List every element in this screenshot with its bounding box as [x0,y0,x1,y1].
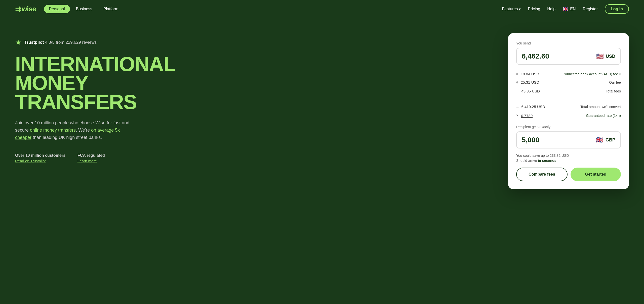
fee-amount-4: 6,419.25 USD [521,105,545,109]
fee-desc-4: Total amount we'll convert [580,105,621,109]
fee-rows: 18.04 USD Connected bank account (ACH) f… [516,70,621,120]
nav-features[interactable]: Features ▾ [502,7,521,12]
divider [516,99,621,99]
equals-icon: = [516,104,519,109]
fee-row-our: 25.31 USD Our fee [516,78,621,86]
hero-title-line3: TRANSFERS [15,92,166,111]
trustpilot-row: ★ Trustpilot 4.3/5 from 229,629 reviews [15,38,166,46]
hero-section: ★ Trustpilot 4.3/5 from 229,629 reviews … [0,18,644,304]
fee-row-left-3: − 43.35 USD [516,88,540,94]
trustpilot-star-icon: ★ [15,38,21,46]
send-flag-icon: 🇺🇸 [596,53,604,60]
logo-arrow-icon: ⇉ [15,5,21,13]
navbar: ⇉ wise Personal Business Platform Featur… [0,0,644,18]
calc-buttons: Compare fees Get started [516,168,621,181]
stat2-label: FCA regulated [77,153,105,158]
nav-help[interactable]: Help [547,7,555,11]
receive-flag-icon: 🇬🇧 [596,136,603,143]
send-amount-row[interactable]: 6,462.60 🇺🇸 USD [516,48,621,65]
fee-rate[interactable]: 0.7789 [521,114,533,118]
arrive-prefix: Should arrive [516,159,538,163]
receive-currency-selector[interactable]: 🇬🇧 GBP [596,136,615,143]
send-amount[interactable]: 6,462.60 [522,52,549,60]
calculator-card: You send 6,462.60 🇺🇸 USD 18.04 USD [508,33,629,189]
compare-fees-button[interactable]: Compare fees [516,168,568,181]
fee-bullet-2 [516,81,518,83]
nav-platform[interactable]: Platform [98,5,124,13]
fee-amount-2: 25.31 USD [521,80,539,84]
hero-title-line2: MONEY [15,73,166,92]
hero-desc-middle: . We're [76,128,91,133]
fee-amount-1: 18.04 USD [521,72,539,76]
hero-stats: Over 10 million customers Read on Trustp… [15,153,166,163]
nav-business[interactable]: Business [71,5,97,13]
fee-desc-3: Total fees [606,89,621,93]
trustpilot-read-link[interactable]: Read on Trustpilot [15,159,46,163]
get-started-button[interactable]: Get started [571,168,621,181]
language-selector[interactable]: 🇬🇧 EN [562,6,576,12]
trustpilot-brand: Trustpilot [24,40,44,45]
hero-title-line1: INTERNATIONAL [15,55,166,73]
stat-fca: FCA regulated Learn more [77,153,105,163]
stat-customers: Over 10 million customers Read on Trustp… [15,153,65,163]
chevron-down-icon-fee: ▾ [619,72,621,76]
receive-amount[interactable]: 5,000 [522,136,539,144]
nav-pills: Personal Business Platform [44,5,124,13]
fee-row-left-5: × 0.7789 [516,113,533,118]
logo[interactable]: ⇉ wise [15,5,36,13]
minus-icon: − [516,88,519,94]
fee-bullet-1 [516,73,518,75]
fee-row-total: − 43.35 USD Total fees [516,86,621,96]
nav-left: ⇉ wise Personal Business Platform [15,5,123,13]
fee-desc-5[interactable]: Guaranteed rate (14h) [586,114,621,118]
fee-row-ach: 18.04 USD Connected bank account (ACH) f… [516,70,621,78]
language-code: EN [570,7,576,11]
logo-text: wise [22,5,36,13]
hero-description: Join over 10 million people who choose W… [15,119,136,141]
arrive-text: Should arrive in seconds [516,159,621,163]
receive-currency-code: GBP [606,137,615,143]
times-icon: × [516,113,518,118]
learn-more-link[interactable]: Learn more [77,159,97,163]
online-transfers-link[interactable]: online money transfers [30,128,76,133]
hero-left: ★ Trustpilot 4.3/5 from 229,629 reviews … [15,33,166,163]
send-currency-code: USD [606,54,615,59]
nav-personal[interactable]: Personal [44,5,70,13]
send-label: You send [516,41,621,45]
recipient-label: Recipient gets exactly [516,125,621,129]
guaranteed-rate-text: Guaranteed rate (14h) [586,114,621,118]
stat1-label: Over 10 million customers [15,153,65,158]
nav-right: Features ▾ Pricing Help 🇬🇧 EN Register L… [502,4,629,14]
ach-fee-text: Connected bank account (ACH) fee [562,72,618,76]
chevron-down-icon: ▾ [519,7,521,12]
fee-desc-1[interactable]: Connected bank account (ACH) fee ▾ [562,72,621,76]
hero-desc-after: than leading UK high street banks. [31,135,102,140]
fee-desc-2: Our fee [609,80,621,84]
fee-amount-3: 43.35 USD [521,89,540,93]
guaranteed-rate-link[interactable]: Guaranteed rate (14h) [586,114,621,118]
fee-row-convert: = 6,419.25 USD Total amount we'll conver… [516,102,621,111]
fee-row-rate: × 0.7789 Guaranteed rate (14h) [516,111,621,120]
trustpilot-rating: 4.3/5 from 229,629 reviews [45,40,97,45]
save-text: You could save up to 233.82 USD [516,154,621,158]
fee-row-left-2: 25.31 USD [516,80,539,84]
nav-pricing[interactable]: Pricing [528,7,540,11]
send-currency-selector[interactable]: 🇺🇸 USD [596,53,615,60]
receive-amount-row[interactable]: 5,000 🇬🇧 GBP [516,131,621,148]
trustpilot-text: Trustpilot 4.3/5 from 229,629 reviews [24,40,97,45]
login-button[interactable]: Log in [605,4,629,14]
hero-right: You send 6,462.60 🇺🇸 USD 18.04 USD [508,33,629,189]
arrive-emphasis: in seconds [538,159,556,163]
nav-register[interactable]: Register [583,7,598,11]
flag-icon: 🇬🇧 [562,6,569,12]
features-label: Features [502,7,518,11]
fee-row-left-1: 18.04 USD [516,72,539,76]
ach-fee-link[interactable]: Connected bank account (ACH) fee ▾ [562,72,621,76]
hero-title: INTERNATIONAL MONEY TRANSFERS [15,55,166,111]
fee-row-left-4: = 6,419.25 USD [516,104,545,109]
save-info: You could save up to 233.82 USD Should a… [516,154,621,163]
